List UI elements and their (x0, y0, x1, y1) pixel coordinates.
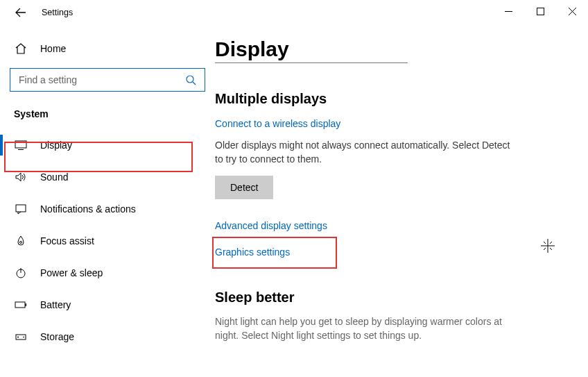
svg-rect-1 (537, 8, 544, 15)
battery-icon (14, 298, 28, 312)
maximize-icon (537, 8, 544, 15)
home-icon (14, 42, 28, 56)
sidebar-home[interactable]: Home (0, 35, 215, 62)
focus-assist-icon (14, 234, 28, 248)
minimize-icon (505, 8, 512, 15)
sidebar-item-battery[interactable]: Battery (0, 289, 215, 321)
sidebar-item-label: Battery (40, 299, 71, 310)
connect-wireless-link[interactable]: Connect to a wireless display (215, 118, 560, 129)
graphics-settings-link[interactable]: Graphics settings (215, 246, 290, 258)
minimize-button[interactable] (492, 0, 524, 22)
content-area: Display Multiple displays Connect to a w… (215, 25, 588, 377)
search-box[interactable] (10, 68, 205, 92)
close-button[interactable] (556, 0, 588, 22)
sidebar-item-display[interactable]: Display (0, 129, 215, 161)
sidebar-item-label: Storage (40, 331, 74, 342)
advanced-display-link[interactable]: Advanced display settings (215, 220, 560, 231)
svg-line-3 (193, 82, 196, 85)
storage-icon (14, 330, 28, 344)
sidebar-item-power-sleep[interactable]: Power & sleep (0, 257, 215, 289)
window-controls (492, 0, 588, 22)
sidebar-item-notifications[interactable]: Notifications & actions (0, 193, 215, 225)
sidebar-item-label: Notifications & actions (40, 203, 136, 215)
page-title: Display (215, 37, 560, 61)
search-icon (184, 73, 198, 87)
title-underline (215, 62, 408, 63)
back-arrow-icon (15, 6, 27, 19)
sound-icon (14, 170, 28, 184)
sidebar-item-label: Sound (40, 171, 68, 183)
power-icon (14, 266, 28, 280)
section-multiple-displays: Multiple displays (215, 91, 560, 107)
svg-rect-11 (26, 303, 27, 306)
notifications-icon (14, 202, 28, 216)
maximize-button[interactable] (524, 0, 556, 22)
back-button[interactable] (12, 4, 29, 21)
close-icon (569, 8, 576, 15)
sidebar: Home System Display Sound Notifica (0, 25, 215, 377)
sidebar-group-label: System (0, 101, 215, 129)
svg-point-7 (20, 242, 22, 244)
svg-rect-10 (15, 302, 25, 308)
sidebar-item-focus-assist[interactable]: Focus assist (0, 225, 215, 257)
sidebar-item-sound[interactable]: Sound (0, 161, 215, 193)
svg-point-13 (17, 337, 19, 338)
sidebar-item-label: Focus assist (40, 235, 94, 246)
svg-rect-4 (15, 141, 26, 148)
sleep-description: Night light can help you get to sleep by… (215, 315, 513, 342)
display-icon (14, 138, 28, 152)
search-input[interactable] (17, 74, 177, 86)
svg-point-2 (187, 76, 193, 83)
sidebar-home-label: Home (40, 43, 66, 54)
detect-button[interactable]: Detect (215, 176, 273, 199)
svg-rect-6 (16, 205, 26, 212)
sidebar-item-label: Power & sleep (40, 267, 103, 278)
section-sleep-better: Sleep better (215, 290, 560, 305)
detect-description: Older displays might not always connect … (215, 139, 513, 166)
sidebar-item-label: Display (40, 140, 72, 151)
sidebar-item-storage[interactable]: Storage (0, 321, 215, 353)
window-title: Settings (42, 8, 73, 17)
